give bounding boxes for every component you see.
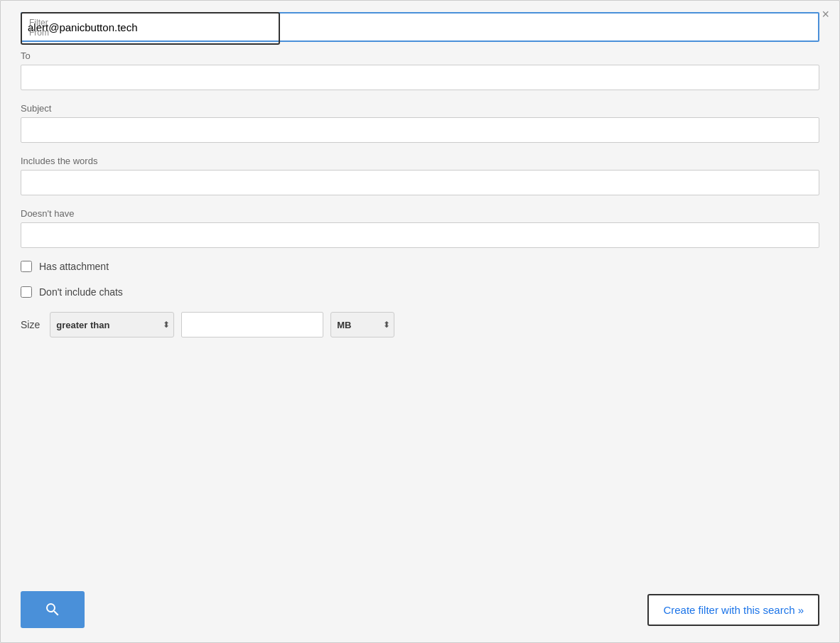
subject-input[interactable] [21, 117, 819, 143]
size-unit-wrapper: MB KB Bytes [330, 312, 394, 337]
size-operator-select[interactable]: greater than less than [50, 312, 174, 337]
dont-include-chats-row: Don't include chats [21, 286, 819, 298]
size-value-input[interactable] [181, 312, 323, 337]
dont-include-chats-checkbox[interactable] [21, 286, 32, 298]
has-attachment-label[interactable]: Has attachment [39, 261, 109, 272]
create-filter-button[interactable]: Create filter with this search » [647, 594, 819, 626]
subject-field-group: Subject [21, 103, 819, 143]
includes-label: Includes the words [21, 156, 819, 166]
doesnt-have-field-group: Doesn't have [21, 208, 819, 248]
to-input[interactable] [21, 65, 819, 90]
size-label: Size [21, 319, 40, 330]
includes-input[interactable] [21, 170, 819, 195]
dialog-content: Filter From document.querySelector('[dat… [1, 1, 839, 580]
size-unit-select[interactable]: MB KB Bytes [330, 312, 394, 337]
size-operator-wrapper: greater than less than [50, 312, 174, 337]
to-field-group: To [21, 50, 819, 90]
doesnt-have-input[interactable] [21, 222, 819, 248]
search-button[interactable] [21, 591, 85, 628]
subject-label: Subject [21, 103, 819, 114]
includes-field-group: Includes the words [21, 156, 819, 195]
doesnt-have-label: Doesn't have [21, 208, 819, 219]
dialog-footer: Create filter with this search » [1, 580, 839, 642]
to-label: To [21, 50, 819, 61]
has-attachment-checkbox[interactable] [21, 261, 32, 272]
from-input[interactable] [21, 12, 819, 42]
filter-dialog: × Filter From document.querySelector('[d… [0, 0, 840, 643]
search-icon [44, 601, 61, 618]
dont-include-chats-label[interactable]: Don't include chats [39, 286, 123, 298]
from-section: Filter From document.querySelector('[dat… [21, 12, 819, 42]
has-attachment-row: Has attachment [21, 261, 819, 272]
size-row: Size greater than less than MB KB Bytes [21, 312, 819, 337]
